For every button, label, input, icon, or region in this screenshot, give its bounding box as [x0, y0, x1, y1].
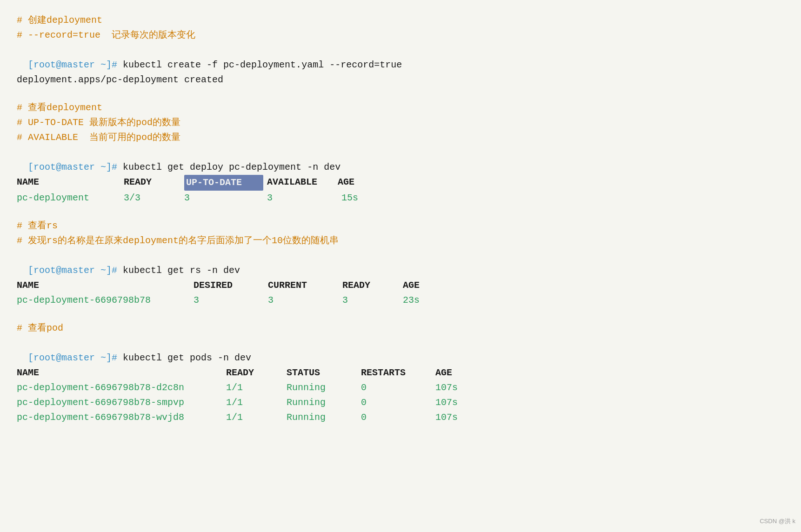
deploy-row-uptodate: 3	[184, 191, 267, 206]
rs-col-name: NAME	[17, 278, 194, 293]
rs-table-header: NAME DESIRED CURRENT READY AGE	[17, 278, 784, 293]
pods-col-status: STATUS	[287, 366, 361, 380]
rs-col-ready: READY	[342, 278, 403, 293]
rs-row-desired: 3	[194, 293, 268, 308]
pods-row1-ready: 1/1	[226, 380, 287, 395]
pods-table-row-1: pc-deployment-6696798b78-d2c8n 1/1 Runni…	[17, 380, 784, 395]
comment-deploy-1: # 查看deployment	[17, 100, 784, 115]
watermark: CSDN @洪 k	[760, 517, 795, 526]
cmd-get-pods: kubectl get pods -n dev	[123, 352, 251, 363]
deploy-col-name: NAME	[17, 175, 124, 191]
deploy-row-name: pc-deployment	[17, 191, 124, 206]
pods-row3-restarts: 0	[361, 410, 435, 425]
deploy-row-ready: 3/3	[124, 191, 184, 206]
deploy-col-available: AVAILABLE	[263, 175, 338, 191]
pods-col-age: AGE	[435, 366, 452, 380]
pods-col-ready: READY	[226, 366, 287, 380]
prompt-1: [root@master ~]#	[28, 60, 123, 70]
cmd-get-rs: kubectl get rs -n dev	[123, 265, 240, 276]
rs-col-current: CURRENT	[268, 278, 342, 293]
rs-row-current: 3	[268, 293, 342, 308]
prompt-3: [root@master ~]#	[28, 265, 123, 276]
pods-row2-restarts: 0	[361, 395, 435, 410]
pods-row2-status: Running	[287, 395, 361, 410]
pods-col-restarts: RESTARTS	[361, 366, 435, 380]
output-create: deployment.apps/pc-deployment created	[17, 73, 784, 87]
rs-table-row: pc-deployment-6696798b78 3 3 3 23s	[17, 293, 784, 308]
pods-row1-status: Running	[287, 380, 361, 395]
pods-row2-ready: 1/1	[226, 395, 287, 410]
deploy-row-age: 15s	[341, 191, 358, 206]
pods-table-header: NAME READY STATUS RESTARTS AGE	[17, 366, 784, 380]
pods-row2-age: 107s	[435, 395, 458, 410]
deploy-col-uptodate: UP-TO-DATE	[184, 175, 263, 191]
command-create: [root@master ~]# kubectl create -f pc-de…	[17, 43, 784, 73]
pods-row3-age: 107s	[435, 410, 458, 425]
pods-table-row-3: pc-deployment-6696798b78-wvjd8 1/1 Runni…	[17, 410, 784, 425]
command-get-rs: [root@master ~]# kubectl get rs -n dev	[17, 248, 784, 278]
command-get-deploy: [root@master ~]# kubectl get deploy pc-d…	[17, 145, 784, 175]
command-get-pods: [root@master ~]# kubectl get pods -n dev	[17, 336, 784, 366]
deploy-table-header: NAME READY UP-TO-DATE AVAILABLE AGE	[17, 175, 784, 191]
comment-create-1: # 创建deployment	[17, 13, 784, 28]
comment-deploy-2: # UP-TO-DATE 最新版本的pod的数量	[17, 115, 784, 130]
pods-col-name: NAME	[17, 366, 226, 380]
rs-col-age: AGE	[403, 278, 420, 293]
comment-deploy-3: # AVAILABLE 当前可用的pod的数量	[17, 130, 784, 145]
pods-row1-restarts: 0	[361, 380, 435, 395]
cmd-create: kubectl create -f pc-deployment.yaml --r…	[123, 60, 402, 70]
pods-row1-age: 107s	[435, 380, 458, 395]
pods-row3-ready: 1/1	[226, 410, 287, 425]
pods-row3-status: Running	[287, 410, 361, 425]
comment-create-2: # --record=true 记录每次的版本变化	[17, 28, 784, 43]
deploy-col-age: AGE	[338, 175, 354, 191]
pods-row2-name: pc-deployment-6696798b78-smpvp	[17, 395, 226, 410]
pods-row1-name: pc-deployment-6696798b78-d2c8n	[17, 380, 226, 395]
comment-rs-2: # 发现rs的名称是在原来deployment的名字后面添加了一个10位数的随机…	[17, 233, 784, 248]
rs-row-age: 23s	[403, 293, 420, 308]
cmd-get-deploy: kubectl get deploy pc-deployment -n dev	[123, 162, 340, 173]
comment-pod-1: # 查看pod	[17, 321, 784, 336]
deploy-col-ready: READY	[124, 175, 184, 191]
deploy-row-available: 3	[267, 191, 341, 206]
pods-row3-name: pc-deployment-6696798b78-wvjd8	[17, 410, 226, 425]
prompt-4: [root@master ~]#	[28, 352, 123, 363]
pods-table-row-2: pc-deployment-6696798b78-smpvp 1/1 Runni…	[17, 395, 784, 410]
rs-col-desired: DESIRED	[194, 278, 268, 293]
prompt-2: [root@master ~]#	[28, 162, 123, 173]
rs-row-name: pc-deployment-6696798b78	[17, 293, 194, 308]
deploy-table-row: pc-deployment 3/3 3 3 15s	[17, 191, 784, 206]
comment-rs-1: # 查看rs	[17, 219, 784, 233]
rs-row-ready: 3	[342, 293, 403, 308]
